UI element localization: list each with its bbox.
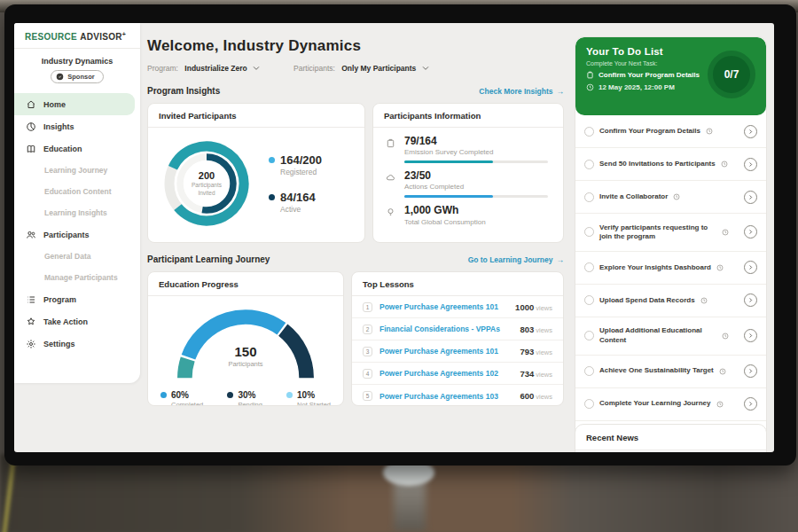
sidebar-item-label: Learning Insights [44, 208, 107, 217]
lesson-row: 2 Financial Considerations - VPPAs 803vi… [352, 318, 563, 340]
lesson-views: 803views [520, 325, 552, 334]
task-checkbox[interactable] [584, 366, 594, 376]
chevron-right-icon[interactable] [744, 191, 757, 204]
invited-participants-card: Invited Participants 200 Partic [147, 103, 365, 243]
sidebar-item-insights[interactable]: Insights [14, 115, 135, 137]
bulb-icon [386, 205, 397, 225]
card-title: Top Lessons [352, 272, 563, 296]
program-filter[interactable]: Program: Industrialize Zero [147, 64, 260, 73]
chevron-right-icon[interactable] [744, 397, 757, 411]
legend-item-completed: 60% Completed [160, 390, 203, 406]
education-progress-card: Education Progress 150 Participants [147, 271, 344, 406]
sidebar-item-home[interactable]: Home [14, 93, 135, 115]
lesson-link[interactable]: Power Purchase Agreements 101 [379, 347, 520, 356]
todo-task[interactable]: Invite a Collaborator [575, 181, 766, 214]
chevron-right-icon[interactable] [744, 261, 757, 274]
legend-item-pending: 30% Pending [227, 390, 262, 406]
lesson-views: 734views [520, 369, 552, 379]
task-checkbox[interactable] [584, 127, 594, 137]
task-checkbox[interactable] [584, 399, 594, 409]
lesson-rank: 4 [363, 369, 372, 379]
sidebar-item-take-action[interactable]: Take Action [14, 310, 135, 332]
lesson-link[interactable]: Power Purchase Agreements 101 [379, 302, 515, 311]
lesson-rank: 5 [363, 391, 372, 401]
todo-task[interactable]: Confirm Your Program Details [575, 115, 766, 148]
gauge-center-value: 150 [161, 344, 330, 359]
legend-dot [286, 392, 293, 398]
todo-task[interactable]: Achieve One Sustainability Target [575, 356, 766, 388]
card-title: Education Progress [148, 272, 343, 296]
brand-primary: RESOURCE [25, 32, 77, 42]
task-label: Upload Spend Data Records [599, 296, 695, 305]
task-checkbox[interactable] [584, 331, 594, 340]
todo-header: Your To Do List Complete Your Next Task:… [575, 37, 766, 115]
program-filter-value: Industrialize Zero [184, 64, 246, 73]
task-checkbox[interactable] [584, 160, 594, 169]
gear-icon [26, 339, 36, 349]
sidebar-item-education-content[interactable]: Education Content [14, 181, 135, 202]
clock-icon [722, 332, 729, 340]
legend-dot [269, 194, 275, 200]
lesson-rank: 2 [363, 325, 372, 334]
sidebar-item-settings[interactable]: Settings [14, 332, 135, 355]
legend-dot [227, 392, 233, 398]
check-more-insights-link[interactable]: Check More Insights→ [479, 87, 564, 96]
education-legend: 60% Completed 30% Pending 10% Not Starte… [148, 387, 343, 406]
top-lessons-card: Top Lessons 1 Power Purchase Agreements … [351, 271, 564, 406]
stat-actions-completed: 23/50 Actions Completed [386, 170, 551, 198]
chevron-right-icon[interactable] [744, 329, 757, 342]
chevron-right-icon[interactable] [744, 293, 757, 307]
sidebar-item-manage-participants[interactable]: Manage Participants [14, 267, 135, 288]
participants-filter[interactable]: Participants: Only My Participants [293, 64, 429, 73]
go-to-learning-journey-link[interactable]: Go to Learning Journey→ [468, 255, 564, 264]
lesson-row: 5 Power Purchase Agreements 103 600views [352, 385, 563, 406]
sidebar-item-label: Take Action [43, 317, 88, 326]
sponsor-badge[interactable]: Sponsor [51, 70, 103, 83]
todo-task[interactable]: Verify participants requesting to join t… [575, 214, 766, 252]
arrow-right-icon: → [557, 255, 565, 264]
sponsor-icon [56, 73, 64, 81]
lesson-views: 600views [520, 391, 552, 401]
sidebar-item-education[interactable]: Education [14, 137, 135, 160]
clipboard-icon [586, 71, 594, 79]
recent-news-card: Recent News [575, 424, 767, 452]
legend-dot [269, 157, 275, 163]
todo-panel: Your To Do List Complete Your Next Task:… [575, 36, 767, 448]
dashboard-screen: RESOURCE ADVISOR+ Industry Dynamics Spon… [14, 23, 774, 452]
sidebar-item-participants[interactable]: Participants [14, 223, 135, 246]
chevron-down-icon[interactable] [422, 66, 429, 71]
lesson-views: 1000views [515, 302, 552, 312]
chevron-right-icon[interactable] [744, 225, 757, 239]
sidebar-item-general-data[interactable]: General Data [14, 246, 135, 267]
task-label: Upload Additional Educational Content [599, 326, 716, 345]
sidebar-item-label: Education [43, 145, 82, 153]
sidebar-item-learning-insights[interactable]: Learning Insights [14, 202, 135, 223]
lesson-link[interactable]: Power Purchase Agreements 103 [379, 392, 520, 401]
task-checkbox[interactable] [584, 295, 594, 305]
todo-task[interactable]: Send 50 Invitations to Participants [575, 148, 766, 181]
task-checkbox[interactable] [584, 192, 594, 202]
todo-task[interactable]: Upload Additional Educational Content [575, 317, 766, 356]
section-title: Participant Learning Journey [147, 254, 270, 264]
todo-task[interactable]: Complete Your Learning Journey [575, 388, 766, 421]
chevron-down-icon[interactable] [253, 66, 260, 71]
chevron-right-icon[interactable] [744, 158, 757, 171]
task-checkbox[interactable] [584, 262, 594, 272]
stat-value: 1,000 GWh [404, 205, 486, 216]
lesson-link[interactable]: Power Purchase Agreements 102 [379, 369, 520, 378]
todo-task[interactable]: Explore Your Insights Dashboard [575, 252, 766, 285]
legend-item-not-started: 10% Not Started [286, 390, 331, 406]
stat-value: 23/50 [404, 170, 548, 182]
clock-icon [722, 229, 729, 236]
arrow-right-icon: → [557, 87, 565, 96]
home-icon [26, 99, 36, 110]
clock-icon [586, 83, 594, 91]
sidebar-item-learning-journey[interactable]: Learning Journey [14, 160, 135, 181]
task-checkbox[interactable] [584, 227, 594, 237]
chevron-right-icon[interactable] [744, 364, 757, 378]
sidebar-item-label: Insights [43, 122, 74, 131]
lesson-link[interactable]: Financial Considerations - VPPAs [379, 325, 520, 333]
todo-task[interactable]: Upload Spend Data Records [575, 285, 766, 317]
sidebar-item-program[interactable]: Program [14, 288, 135, 310]
chevron-right-icon[interactable] [744, 125, 757, 138]
